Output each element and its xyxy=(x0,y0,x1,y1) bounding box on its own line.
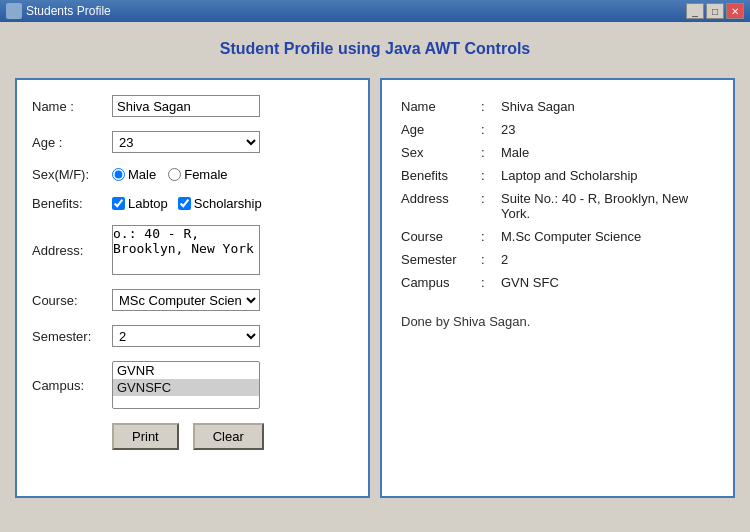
labtop-checkbox[interactable] xyxy=(112,197,125,210)
labtop-checkbox-label[interactable]: Labtop xyxy=(112,196,168,211)
right-scroll-wrapper[interactable]: Name : Shiva Sagan Age : 23 Sex : Male B… xyxy=(397,95,718,475)
app-icon xyxy=(6,3,22,19)
main-content: Student Profile using Java AWT Controls … xyxy=(0,22,750,508)
field-value-3: Laptop and Scholarship xyxy=(497,164,718,187)
campus-label: Campus: xyxy=(32,378,112,393)
info-row: Name : Shiva Sagan xyxy=(397,95,718,118)
course-select[interactable]: MSc Computer Science BSc Computer Scienc… xyxy=(112,289,260,311)
address-label: Address: xyxy=(32,243,112,258)
campus-option-gvnr[interactable]: GVNR xyxy=(113,362,259,379)
age-row: Age : 23 20 21 22 24 xyxy=(32,131,353,153)
buttons-row: Print Clear xyxy=(32,423,353,450)
benefits-label: Benefits: xyxy=(32,196,112,211)
course-label: Course: xyxy=(32,293,112,308)
semester-label: Semester: xyxy=(32,329,112,344)
female-radio-label[interactable]: Female xyxy=(168,167,227,182)
info-row: Age : 23 xyxy=(397,118,718,141)
field-value-0: Shiva Sagan xyxy=(497,95,718,118)
sex-label: Sex(M/F): xyxy=(32,167,112,182)
panels-container: Name : Age : 23 20 21 22 24 Sex(M/F): xyxy=(15,78,735,498)
field-name-2: Sex xyxy=(397,141,477,164)
age-select[interactable]: 23 20 21 22 24 xyxy=(112,131,260,153)
field-value-4: Suite No.: 40 - R, Brooklyn, New York. xyxy=(497,187,718,225)
field-name-5: Course xyxy=(397,225,477,248)
name-label: Name : xyxy=(32,99,112,114)
name-row: Name : xyxy=(32,95,353,117)
field-colon-1: : xyxy=(477,118,497,141)
minimize-button[interactable]: _ xyxy=(686,3,704,19)
field-name-0: Name xyxy=(397,95,477,118)
campus-listbox[interactable]: GVNR GVNSFC xyxy=(112,361,260,409)
info-row: Campus : GVN SFC xyxy=(397,271,718,294)
labtop-label: Labtop xyxy=(128,196,168,211)
scholarship-label: Scholarship xyxy=(194,196,262,211)
field-value-6: 2 xyxy=(497,248,718,271)
title-bar-label: Students Profile xyxy=(26,4,111,18)
close-button[interactable]: ✕ xyxy=(726,3,744,19)
info-row: Sex : Male xyxy=(397,141,718,164)
male-radio[interactable] xyxy=(112,168,125,181)
field-name-3: Benefits xyxy=(397,164,477,187)
field-name-1: Age xyxy=(397,118,477,141)
info-row: Course : M.Sc Computer Science xyxy=(397,225,718,248)
field-value-2: Male xyxy=(497,141,718,164)
campus-option-gvnsfc[interactable]: GVNSFC xyxy=(113,379,259,396)
female-radio[interactable] xyxy=(168,168,181,181)
maximize-button[interactable]: □ xyxy=(706,3,724,19)
info-row: Semester : 2 xyxy=(397,248,718,271)
right-panel: Name : Shiva Sagan Age : 23 Sex : Male B… xyxy=(380,78,735,498)
field-value-1: 23 xyxy=(497,118,718,141)
info-row: Benefits : Laptop and Scholarship xyxy=(397,164,718,187)
field-colon-7: : xyxy=(477,271,497,294)
field-name-7: Campus xyxy=(397,271,477,294)
title-bar: Students Profile _ □ ✕ xyxy=(0,0,750,22)
benefits-checkboxes: Labtop Scholarship xyxy=(112,196,262,211)
left-panel: Name : Age : 23 20 21 22 24 Sex(M/F): xyxy=(15,78,370,498)
course-row: Course: MSc Computer Science BSc Compute… xyxy=(32,289,353,311)
sex-radio-group: Male Female xyxy=(112,167,228,182)
field-value-7: GVN SFC xyxy=(497,271,718,294)
campus-row: Campus: GVNR GVNSFC xyxy=(32,361,353,409)
field-colon-6: : xyxy=(477,248,497,271)
sex-row: Sex(M/F): Male Female xyxy=(32,167,353,182)
address-row: Address: o.: 40 - R, Brooklyn, New York xyxy=(32,225,353,275)
field-name-6: Semester xyxy=(397,248,477,271)
info-table: Name : Shiva Sagan Age : 23 Sex : Male B… xyxy=(397,95,718,294)
done-text: Done by Shiva Sagan. xyxy=(397,314,718,329)
male-label: Male xyxy=(128,167,156,182)
field-colon-3: : xyxy=(477,164,497,187)
field-name-4: Address xyxy=(397,187,477,225)
info-row: Address : Suite No.: 40 - R, Brooklyn, N… xyxy=(397,187,718,225)
scholarship-checkbox-label[interactable]: Scholarship xyxy=(178,196,262,211)
page-title: Student Profile using Java AWT Controls xyxy=(15,32,735,66)
print-button[interactable]: Print xyxy=(112,423,179,450)
semester-row: Semester: 1 2 3 4 5 6 xyxy=(32,325,353,347)
clear-button[interactable]: Clear xyxy=(193,423,264,450)
field-colon-5: : xyxy=(477,225,497,248)
benefits-row: Benefits: Labtop Scholarship xyxy=(32,196,353,211)
field-colon-2: : xyxy=(477,141,497,164)
address-textarea[interactable]: o.: 40 - R, Brooklyn, New York xyxy=(112,225,260,275)
field-value-5: M.Sc Computer Science xyxy=(497,225,718,248)
field-colon-4: : xyxy=(477,187,497,225)
female-label: Female xyxy=(184,167,227,182)
scholarship-checkbox[interactable] xyxy=(178,197,191,210)
title-bar-controls: _ □ ✕ xyxy=(686,3,744,19)
field-colon-0: : xyxy=(477,95,497,118)
semester-select[interactable]: 1 2 3 4 5 6 xyxy=(112,325,260,347)
age-label: Age : xyxy=(32,135,112,150)
name-input[interactable] xyxy=(112,95,260,117)
male-radio-label[interactable]: Male xyxy=(112,167,156,182)
